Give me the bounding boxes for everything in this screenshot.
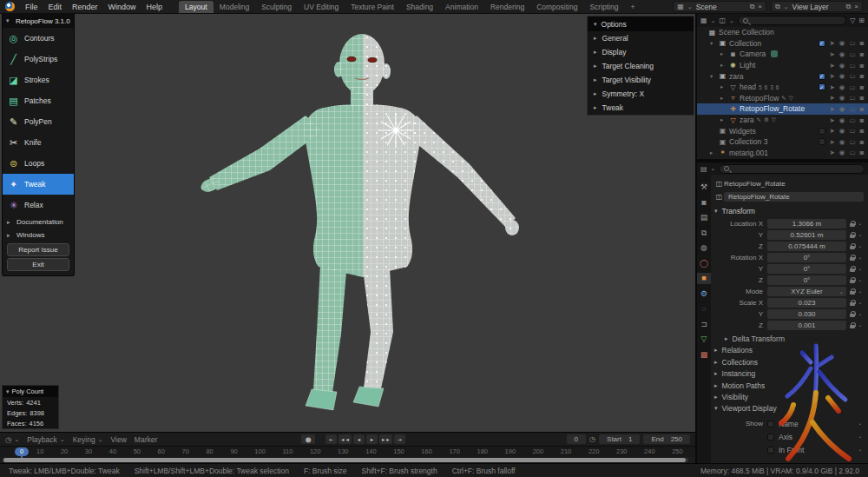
- visibility-icon[interactable]: ◙: [859, 116, 864, 124]
- record-button[interactable]: ⬤: [301, 434, 315, 444]
- visibility-icon[interactable]: ➤: [830, 138, 835, 146]
- outliner-row-zara-collection[interactable]: ▾ ▣ zara ✓ ➤◉▭◙: [697, 70, 868, 82]
- visibility-icon[interactable]: ◉: [839, 149, 845, 156]
- outliner-row-camera[interactable]: ▸ ◙ Camera ➤◉▭◙: [697, 49, 868, 60]
- menu-keying[interactable]: Keying⌄: [73, 435, 103, 444]
- visibility-icon[interactable]: ▭: [849, 62, 855, 70]
- workspace-tab-rendering[interactable]: Rendering: [484, 1, 530, 13]
- transform-value-field[interactable]: XYZ Euler ⌄: [767, 287, 846, 296]
- new-collection-icon[interactable]: ⊞: [858, 17, 865, 24]
- caret-right-icon[interactable]: ▸: [710, 149, 718, 156]
- row-label[interactable]: Widgets: [729, 127, 756, 136]
- animate-dot-icon[interactable]: •: [857, 323, 864, 328]
- chevron-down-icon[interactable]: ⌄: [711, 165, 716, 172]
- menu-edit[interactable]: Edit: [44, 2, 67, 12]
- caret-down-icon[interactable]: ▾: [710, 40, 718, 47]
- outliner-row-collection[interactable]: ▾ ▣ Collection ✓ ➤◉▭◙: [697, 38, 868, 50]
- visibility-icon[interactable]: ▭: [849, 39, 855, 47]
- chevron-down-icon[interactable]: ⌄: [687, 3, 693, 10]
- visibility-icon[interactable]: ◙: [859, 50, 864, 58]
- animate-dot-icon[interactable]: •: [857, 312, 864, 317]
- outliner-search-input[interactable]: [738, 16, 846, 25]
- visibility-icon[interactable]: ➤: [830, 62, 835, 70]
- lock-icon[interactable]: [849, 288, 857, 295]
- tab-texture[interactable]: ▩: [697, 349, 711, 361]
- new-scene-icon[interactable]: ⧉: [750, 3, 755, 11]
- properties-search-input[interactable]: [719, 164, 865, 174]
- animate-dot-icon[interactable]: •: [857, 447, 864, 453]
- tool-relax[interactable]: ✳ Relax: [3, 195, 74, 215]
- outliner-row-metarig[interactable]: ▸ ✶ metarig.001 ➤◉▭◙: [697, 148, 868, 159]
- caret-right-icon[interactable]: ▸: [720, 83, 728, 90]
- visibility-icon[interactable]: ◙: [859, 94, 864, 102]
- options-item[interactable]: ▸ Tweak: [588, 101, 694, 115]
- properties-section-header[interactable]: ▸ Motion Paths: [714, 380, 864, 391]
- options-panel-header[interactable]: ▾ Options: [588, 17, 694, 31]
- lock-icon[interactable]: [849, 232, 857, 239]
- outliner-row-collection-3[interactable]: ▣ Collection 3 ➤◉▭◙: [697, 136, 868, 148]
- outliner-row-widgets[interactable]: ▣ Widgets ➤◉▭◙: [697, 125, 868, 136]
- lock-icon[interactable]: [849, 266, 857, 273]
- visibility-icon[interactable]: ◉: [839, 127, 845, 135]
- workspace-tab-animation[interactable]: Animation: [439, 1, 484, 13]
- transform-value-field[interactable]: 1.3066 m: [767, 219, 846, 229]
- tab-render[interactable]: ◙: [697, 197, 711, 209]
- visibility-icon[interactable]: ▭: [849, 149, 855, 156]
- row-label[interactable]: metarig.001: [729, 149, 768, 157]
- exclude-checkbox[interactable]: [819, 138, 825, 145]
- row-label[interactable]: RetopoFlow_Rotate: [740, 104, 805, 113]
- outliner-row-head[interactable]: ▸ ▽ head 5 6 3 6 ✓ ➤◉▭◙: [697, 82, 868, 93]
- scene-name[interactable]: Scene: [696, 3, 746, 11]
- tab-object-data[interactable]: ▽: [697, 334, 711, 345]
- transport-button[interactable]: ►►: [379, 434, 392, 444]
- animate-dot-icon[interactable]: •: [857, 434, 864, 440]
- menu-file[interactable]: File: [21, 2, 43, 12]
- view-layer-name[interactable]: View Layer: [792, 3, 843, 11]
- outliner-row-retopoflow-rotate[interactable]: ✛ RetopoFlow_Rotate ➤◉▭◙: [697, 103, 868, 115]
- show-axis-checkbox[interactable]: [767, 434, 774, 441]
- visibility-icon[interactable]: ➤: [830, 39, 835, 47]
- viewport-3d[interactable]: ▾ RetopoFlow 3.1.0 ◎ Contours ╱ PolyStri…: [0, 14, 695, 432]
- row-label[interactable]: head: [740, 83, 756, 91]
- lock-icon[interactable]: [849, 322, 857, 329]
- visibility-icon[interactable]: ▭: [849, 127, 855, 135]
- chevron-down-icon[interactable]: ⌄: [729, 17, 734, 24]
- playhead[interactable]: 0: [15, 447, 29, 456]
- visibility-icon[interactable]: ▭: [849, 116, 855, 124]
- show-in-front-checkbox[interactable]: [767, 447, 774, 454]
- caret-right-icon[interactable]: ▸: [720, 95, 728, 102]
- transform-value-field[interactable]: 0°: [767, 275, 846, 285]
- tool-tweak[interactable]: ✦ Tweak: [3, 174, 74, 195]
- tool-polypen[interactable]: ✎ PolyPen: [3, 111, 74, 132]
- transform-value-field[interactable]: 0.001: [767, 321, 846, 330]
- visibility-icon[interactable]: ➤: [830, 149, 835, 156]
- unlink-scene-icon[interactable]: ×: [758, 3, 762, 10]
- visibility-icon[interactable]: ◙: [859, 39, 864, 47]
- transport-button[interactable]: ►: [366, 434, 378, 444]
- visibility-icon[interactable]: ▭: [849, 83, 855, 91]
- exclude-checkbox[interactable]: ✓: [819, 83, 825, 90]
- row-label[interactable]: RetopoFlow: [740, 94, 779, 103]
- visibility-icon[interactable]: ◉: [839, 62, 845, 70]
- workspace-tab-modeling[interactable]: Modeling: [214, 1, 256, 13]
- animate-dot-icon[interactable]: •: [857, 244, 864, 249]
- report-issue-button[interactable]: Report Issue: [7, 243, 69, 256]
- caret-right-icon[interactable]: ▸: [720, 50, 728, 57]
- scene-selector[interactable]: ▦ ⌄ Scene ⧉ ×: [673, 1, 766, 12]
- outliner-row-zara-object[interactable]: ▸ ▽ zara ✎ ⚙ ▽ ➤◉▭◙: [697, 115, 868, 126]
- workspace-tab-scripting[interactable]: Scripting: [583, 1, 624, 13]
- visibility-icon[interactable]: ➤: [830, 83, 835, 91]
- retopoflow-windows[interactable]: ▸ Windows: [3, 229, 74, 242]
- view-layer-selector[interactable]: ⧉ ⌄ View Layer ⧉ ×: [771, 1, 863, 12]
- object-name-field[interactable]: RetopoFlow_Rotate: [724, 192, 864, 202]
- visibility-icon[interactable]: ◉: [839, 94, 845, 102]
- animate-dot-icon[interactable]: •: [857, 233, 864, 238]
- lock-icon[interactable]: [849, 277, 857, 284]
- properties-section-header[interactable]: ▸ Instancing: [714, 368, 864, 380]
- poly-count-header[interactable]: ▾ Poly Count: [3, 386, 58, 397]
- transform-value-field[interactable]: 0°: [767, 253, 846, 262]
- caret-right-icon[interactable]: ▸: [720, 62, 728, 69]
- scrollbar-thumb[interactable]: [3, 458, 686, 462]
- tab-constraints[interactable]: ⊐: [697, 319, 711, 330]
- timeline-ruler[interactable]: 1020304050607080901001101201301401501601…: [0, 446, 695, 457]
